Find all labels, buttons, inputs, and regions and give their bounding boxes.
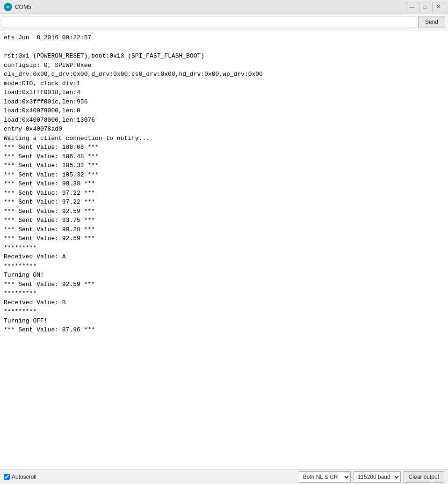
window-title: COM5: [15, 4, 31, 10]
baud-rate-select[interactable]: 300 baud1200 baud2400 baud4800 baud9600 …: [354, 471, 401, 483]
input-bar: Send: [0, 14, 448, 30]
serial-input[interactable]: [3, 16, 416, 28]
autoscroll-label[interactable]: Autoscroll: [4, 474, 36, 480]
minimize-button[interactable]: —: [406, 2, 418, 12]
send-button[interactable]: Send: [418, 16, 445, 28]
main-content: Send ets Jun 8 2016 00:22:57 rst:0x1 (PO…: [0, 14, 448, 484]
arduino-logo: ∞: [4, 3, 12, 11]
clear-output-button[interactable]: Clear output: [404, 471, 444, 483]
window-controls: — □ ✕: [406, 2, 444, 12]
logo-symbol: ∞: [6, 4, 9, 9]
status-bar: Autoscroll No line endingNewlineCarriage…: [0, 469, 448, 484]
line-ending-select[interactable]: No line endingNewlineCarriage returnBoth…: [299, 471, 351, 483]
status-left: Autoscroll: [4, 474, 36, 480]
maximize-button[interactable]: □: [419, 2, 431, 12]
close-button[interactable]: ✕: [432, 2, 444, 12]
serial-output[interactable]: ets Jun 8 2016 00:22:57 rst:0x1 (POWERON…: [0, 30, 448, 484]
autoscroll-text: Autoscroll: [12, 474, 36, 480]
status-right: No line endingNewlineCarriage returnBoth…: [299, 471, 444, 483]
autoscroll-checkbox[interactable]: [4, 474, 10, 480]
title-bar: ∞ COM5 — □ ✕: [0, 0, 448, 14]
title-bar-left: ∞ COM5: [4, 3, 31, 11]
